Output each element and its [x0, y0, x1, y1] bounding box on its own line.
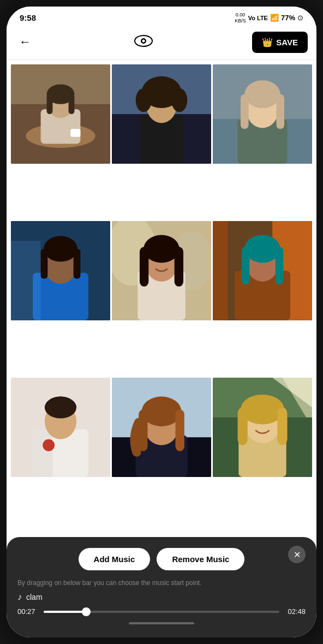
network-indicator: Vo LTE: [248, 15, 268, 21]
progress-bar[interactable]: [44, 611, 279, 613]
track-name: clam: [26, 593, 43, 601]
hint-text: By dragging on below bar you can choose …: [17, 579, 306, 587]
svg-rect-72: [277, 407, 287, 445]
battery-icon: ⊙: [297, 14, 303, 22]
svg-point-17: [136, 88, 152, 112]
svg-point-2: [142, 40, 145, 43]
svg-point-61: [142, 396, 182, 426]
save-button[interactable]: 👑 SAVE: [252, 32, 308, 53]
svg-rect-40: [140, 247, 148, 287]
photo-6-image: [213, 221, 312, 320]
photo-9-image: [213, 378, 312, 477]
svg-rect-63: [175, 409, 184, 451]
photo-2-image: [112, 64, 211, 164]
progress-row: 00:27 02:48: [17, 607, 306, 616]
eye-icon: [134, 34, 153, 47]
current-time: 00:27: [17, 607, 38, 616]
photo-cell-7[interactable]: [11, 378, 110, 477]
photo-3-image: [213, 64, 312, 164]
remove-music-button[interactable]: Remove Music: [157, 548, 244, 570]
svg-rect-33: [11, 241, 41, 320]
status-time: 9:58: [20, 13, 36, 22]
total-time: 02:48: [285, 607, 306, 616]
crown-icon: 👑: [262, 37, 273, 47]
save-label: SAVE: [276, 38, 298, 47]
close-icon: ✕: [294, 550, 301, 560]
photo-8-image: [112, 378, 211, 477]
back-button[interactable]: ←: [15, 32, 35, 52]
photo-grid: [7, 60, 316, 537]
scroll-indicator: [129, 622, 194, 624]
close-button[interactable]: ✕: [288, 546, 306, 563]
svg-point-53: [43, 439, 55, 451]
svg-point-19: [146, 78, 177, 94]
svg-rect-48: [242, 247, 250, 284]
svg-point-30: [44, 236, 77, 261]
progress-thumb[interactable]: [82, 607, 91, 616]
svg-rect-9: [47, 94, 53, 114]
bottom-panel: ✕ Add Music Remove Music By dragging on …: [7, 537, 316, 637]
progress-fill: [44, 611, 86, 613]
svg-rect-41: [175, 247, 183, 287]
photo-7-image: [11, 378, 110, 477]
photo-cell-2[interactable]: [112, 64, 211, 164]
svg-point-39: [143, 235, 180, 263]
svg-point-24: [244, 80, 280, 108]
photo-cell-8[interactable]: [112, 378, 211, 477]
photo-cell-4[interactable]: [11, 221, 110, 320]
photo-4-image: [11, 221, 110, 320]
signal-bars: 📶: [270, 14, 279, 22]
svg-rect-25: [241, 94, 249, 129]
svg-rect-11: [70, 129, 80, 137]
photo-1-image: [11, 64, 110, 164]
add-music-button[interactable]: Add Music: [79, 548, 151, 570]
photo-cell-3[interactable]: [213, 64, 312, 164]
data-speed: 0.00 KB/S: [235, 12, 246, 24]
preview-icon[interactable]: [134, 34, 153, 50]
photo-cell-1[interactable]: [11, 64, 110, 164]
top-nav: ← 👑 SAVE: [7, 27, 316, 60]
photo-cell-5[interactable]: [112, 221, 211, 320]
svg-rect-49: [276, 247, 284, 284]
status-icons: 0.00 KB/S Vo LTE 📶 77% ⊙: [235, 12, 303, 24]
svg-point-56: [49, 396, 73, 410]
svg-point-18: [171, 88, 187, 112]
music-buttons: Add Music Remove Music: [17, 548, 306, 570]
music-note-icon: ♪: [17, 592, 22, 602]
music-track: ♪ clam: [17, 592, 306, 602]
svg-rect-26: [276, 94, 284, 129]
svg-point-47: [244, 235, 280, 263]
svg-rect-32: [74, 249, 81, 279]
phone-screen: 9:58 0.00 KB/S Vo LTE 📶 77% ⊙ ←: [7, 7, 316, 637]
photo-5-image: [112, 221, 211, 320]
svg-rect-31: [41, 249, 48, 279]
back-arrow-icon: ←: [19, 35, 31, 49]
battery-level: 77%: [281, 14, 295, 22]
svg-rect-44: [213, 221, 228, 320]
status-bar: 9:58 0.00 KB/S Vo LTE 📶 77% ⊙: [7, 7, 316, 27]
photo-cell-9[interactable]: [213, 378, 312, 477]
svg-rect-71: [238, 407, 248, 445]
svg-rect-52: [33, 429, 52, 476]
phone-frame: 9:58 0.00 KB/S Vo LTE 📶 77% ⊙ ←: [0, 0, 323, 644]
svg-rect-10: [69, 94, 75, 114]
photo-cell-6[interactable]: [213, 221, 312, 320]
